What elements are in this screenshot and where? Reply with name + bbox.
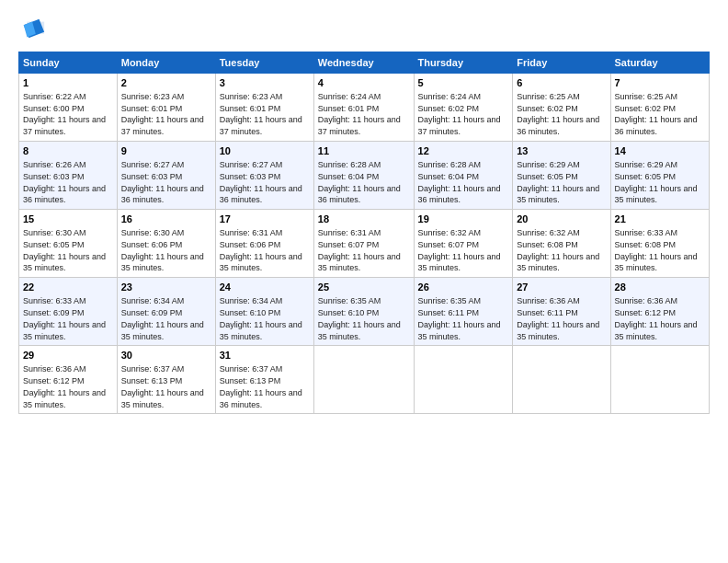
day-info: Sunrise: 6:33 AMSunset: 6:08 PMDaylight:… (615, 228, 698, 272)
calendar-cell: 8Sunrise: 6:26 AMSunset: 6:03 PMDaylight… (19, 142, 118, 210)
calendar-week-row: 1Sunrise: 6:22 AMSunset: 6:00 PMDaylight… (19, 74, 710, 142)
day-info: Sunrise: 6:32 AMSunset: 6:07 PMDaylight:… (418, 228, 501, 272)
day-info: Sunrise: 6:27 AMSunset: 6:03 PMDaylight:… (121, 160, 204, 204)
day-number: 6 (517, 76, 606, 90)
day-info: Sunrise: 6:30 AMSunset: 6:06 PMDaylight:… (121, 228, 204, 272)
day-number: 30 (121, 349, 211, 362)
day-number: 10 (220, 144, 310, 158)
day-number: 25 (318, 281, 410, 294)
calendar-cell: 1Sunrise: 6:22 AMSunset: 6:00 PMDaylight… (19, 74, 118, 142)
calendar-cell: 28Sunrise: 6:36 AMSunset: 6:12 PMDayligh… (610, 278, 709, 346)
day-info: Sunrise: 6:23 AMSunset: 6:01 PMDaylight:… (121, 92, 204, 136)
day-number: 27 (517, 281, 606, 294)
day-number: 5 (418, 76, 509, 90)
day-info: Sunrise: 6:36 AMSunset: 6:12 PMDaylight:… (615, 296, 698, 340)
calendar-header-sunday: Sunday (19, 52, 118, 74)
logo (18, 17, 46, 42)
calendar-cell: 11Sunrise: 6:28 AMSunset: 6:04 PMDayligh… (313, 142, 414, 210)
calendar-cell: 30Sunrise: 6:37 AMSunset: 6:13 PMDayligh… (117, 346, 215, 414)
calendar-cell: 26Sunrise: 6:35 AMSunset: 6:11 PMDayligh… (414, 278, 513, 346)
calendar-week-row: 22Sunrise: 6:33 AMSunset: 6:09 PMDayligh… (19, 278, 710, 346)
calendar-week-row: 15Sunrise: 6:30 AMSunset: 6:05 PMDayligh… (19, 210, 710, 278)
calendar-header-saturday: Saturday (610, 52, 709, 74)
day-number: 21 (615, 213, 705, 226)
calendar-cell: 24Sunrise: 6:34 AMSunset: 6:10 PMDayligh… (215, 278, 313, 346)
calendar-cell: 31Sunrise: 6:37 AMSunset: 6:13 PMDayligh… (215, 346, 313, 414)
day-number: 18 (318, 213, 410, 226)
day-info: Sunrise: 6:31 AMSunset: 6:07 PMDaylight:… (318, 228, 401, 272)
day-info: Sunrise: 6:37 AMSunset: 6:13 PMDaylight:… (220, 364, 302, 408)
day-number: 31 (220, 349, 310, 362)
day-info: Sunrise: 6:34 AMSunset: 6:09 PMDaylight:… (121, 296, 204, 340)
day-info: Sunrise: 6:35 AMSunset: 6:11 PMDaylight:… (418, 296, 501, 340)
calendar-cell (610, 346, 709, 414)
page: SundayMondayTuesdayWednesdayThursdayFrid… (0, 0, 728, 563)
calendar-header-monday: Monday (117, 52, 215, 74)
calendar-cell: 15Sunrise: 6:30 AMSunset: 6:05 PMDayligh… (19, 210, 118, 278)
calendar-cell: 21Sunrise: 6:33 AMSunset: 6:08 PMDayligh… (610, 210, 709, 278)
calendar-header-wednesday: Wednesday (313, 52, 414, 74)
day-number: 15 (23, 213, 113, 226)
day-info: Sunrise: 6:25 AMSunset: 6:02 PMDaylight:… (517, 92, 599, 136)
calendar-cell: 9Sunrise: 6:27 AMSunset: 6:03 PMDaylight… (117, 142, 215, 210)
calendar-cell (313, 346, 414, 414)
day-info: Sunrise: 6:33 AMSunset: 6:09 PMDaylight:… (23, 296, 106, 340)
day-info: Sunrise: 6:28 AMSunset: 6:04 PMDaylight:… (318, 160, 401, 204)
calendar-cell: 18Sunrise: 6:31 AMSunset: 6:07 PMDayligh… (313, 210, 414, 278)
day-info: Sunrise: 6:36 AMSunset: 6:11 PMDaylight:… (517, 296, 599, 340)
day-number: 29 (23, 349, 113, 362)
calendar-cell: 27Sunrise: 6:36 AMSunset: 6:11 PMDayligh… (513, 278, 610, 346)
day-number: 20 (517, 213, 606, 226)
day-info: Sunrise: 6:24 AMSunset: 6:02 PMDaylight:… (418, 92, 501, 136)
calendar-cell: 5Sunrise: 6:24 AMSunset: 6:02 PMDaylight… (414, 74, 513, 142)
calendar-cell: 17Sunrise: 6:31 AMSunset: 6:06 PMDayligh… (215, 210, 313, 278)
day-number: 4 (318, 76, 410, 90)
day-info: Sunrise: 6:34 AMSunset: 6:10 PMDaylight:… (220, 296, 302, 340)
day-info: Sunrise: 6:36 AMSunset: 6:12 PMDaylight:… (23, 364, 106, 408)
day-info: Sunrise: 6:24 AMSunset: 6:01 PMDaylight:… (318, 92, 401, 136)
day-info: Sunrise: 6:22 AMSunset: 6:00 PMDaylight:… (23, 92, 106, 136)
calendar-cell: 12Sunrise: 6:28 AMSunset: 6:04 PMDayligh… (414, 142, 513, 210)
calendar-cell: 10Sunrise: 6:27 AMSunset: 6:03 PMDayligh… (215, 142, 313, 210)
day-number: 7 (615, 76, 705, 90)
calendar-header-row: SundayMondayTuesdayWednesdayThursdayFrid… (19, 52, 710, 74)
calendar-cell: 22Sunrise: 6:33 AMSunset: 6:09 PMDayligh… (19, 278, 118, 346)
day-number: 23 (121, 281, 211, 294)
day-info: Sunrise: 6:25 AMSunset: 6:02 PMDaylight:… (615, 92, 698, 136)
calendar-header-tuesday: Tuesday (215, 52, 313, 74)
day-info: Sunrise: 6:29 AMSunset: 6:05 PMDaylight:… (517, 160, 599, 204)
day-info: Sunrise: 6:32 AMSunset: 6:08 PMDaylight:… (517, 228, 599, 272)
day-info: Sunrise: 6:27 AMSunset: 6:03 PMDaylight:… (220, 160, 302, 204)
day-number: 24 (220, 281, 310, 294)
day-info: Sunrise: 6:35 AMSunset: 6:10 PMDaylight:… (318, 296, 401, 340)
calendar-header-thursday: Thursday (414, 52, 513, 74)
calendar-cell: 19Sunrise: 6:32 AMSunset: 6:07 PMDayligh… (414, 210, 513, 278)
day-number: 11 (318, 144, 410, 158)
day-number: 1 (23, 76, 113, 90)
calendar-header-friday: Friday (513, 52, 610, 74)
calendar-cell: 16Sunrise: 6:30 AMSunset: 6:06 PMDayligh… (117, 210, 215, 278)
day-number: 13 (517, 144, 606, 158)
calendar-cell: 23Sunrise: 6:34 AMSunset: 6:09 PMDayligh… (117, 278, 215, 346)
calendar-cell (414, 346, 513, 414)
calendar-cell: 3Sunrise: 6:23 AMSunset: 6:01 PMDaylight… (215, 74, 313, 142)
day-info: Sunrise: 6:28 AMSunset: 6:04 PMDaylight:… (418, 160, 501, 204)
day-info: Sunrise: 6:26 AMSunset: 6:03 PMDaylight:… (23, 160, 106, 204)
day-info: Sunrise: 6:31 AMSunset: 6:06 PMDaylight:… (220, 228, 302, 272)
day-number: 9 (121, 144, 211, 158)
day-number: 3 (220, 76, 310, 90)
day-number: 12 (418, 144, 509, 158)
day-number: 8 (23, 144, 113, 158)
calendar-cell: 25Sunrise: 6:35 AMSunset: 6:10 PMDayligh… (313, 278, 414, 346)
day-number: 16 (121, 213, 211, 226)
calendar-table: SundayMondayTuesdayWednesdayThursdayFrid… (18, 52, 710, 414)
day-number: 17 (220, 213, 310, 226)
calendar-cell: 14Sunrise: 6:29 AMSunset: 6:05 PMDayligh… (610, 142, 709, 210)
day-number: 22 (23, 281, 113, 294)
calendar-cell: 7Sunrise: 6:25 AMSunset: 6:02 PMDaylight… (610, 74, 709, 142)
day-number: 26 (418, 281, 509, 294)
day-info: Sunrise: 6:37 AMSunset: 6:13 PMDaylight:… (121, 364, 204, 408)
day-number: 14 (615, 144, 705, 158)
calendar-cell: 13Sunrise: 6:29 AMSunset: 6:05 PMDayligh… (513, 142, 610, 210)
day-info: Sunrise: 6:29 AMSunset: 6:05 PMDaylight:… (615, 160, 698, 204)
